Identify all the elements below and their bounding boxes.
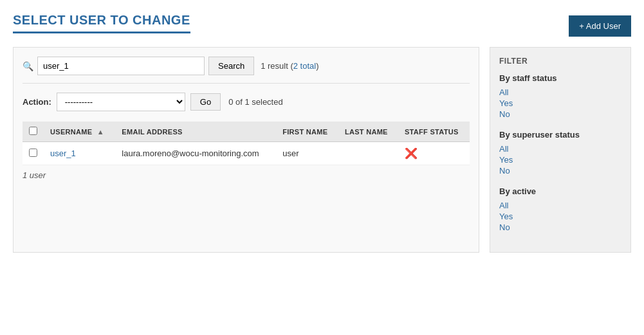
search-result-text: 1 result (2 total) xyxy=(261,61,318,71)
filter-staff-no[interactable]: No xyxy=(499,109,621,120)
filter-sidebar: FILTER By staff status All Yes No By sup… xyxy=(490,47,631,253)
filter-section-staff-status: By staff status All Yes No xyxy=(499,73,621,120)
table-footer: 1 user xyxy=(23,170,470,180)
header-username[interactable]: USERNAME ▲ xyxy=(44,122,115,142)
action-row: Action: ---------- Go 0 of 1 selected xyxy=(23,93,470,111)
filter-staff-status-title: By staff status xyxy=(499,73,621,83)
filter-section-superuser-status: By superuser status All Yes No xyxy=(499,130,621,176)
row-lastname-cell xyxy=(338,142,398,165)
filter-active-yes[interactable]: Yes xyxy=(499,211,621,222)
select-all-checkbox[interactable] xyxy=(29,127,37,135)
filter-active-title: By active xyxy=(499,186,621,196)
filter-active-no[interactable]: No xyxy=(499,222,621,233)
selected-count: 0 of 1 selected xyxy=(228,97,283,107)
staff-status-false-icon: ❌ xyxy=(405,148,418,159)
header-first-name: FIRST NAME xyxy=(276,122,338,142)
content-area: 🔍 Search 1 result (2 total) Action: ----… xyxy=(0,47,644,266)
filter-staff-yes[interactable]: Yes xyxy=(499,98,621,109)
header-staff-status: STAFF STATUS xyxy=(398,122,470,142)
filter-superuser-status-title: By superuser status xyxy=(499,130,621,140)
filter-superuser-no[interactable]: No xyxy=(499,165,621,176)
action-label: Action: xyxy=(23,97,51,107)
user-table: USERNAME ▲ EMAIL ADDRESS FIRST NAME LAST… xyxy=(23,122,470,165)
page-title: SELECT USER TO CHANGE xyxy=(13,13,190,28)
search-button[interactable]: Search xyxy=(208,57,254,75)
row-checkbox[interactable] xyxy=(29,149,37,157)
username-link[interactable]: user_1 xyxy=(50,149,76,158)
header: SELECT USER TO CHANGE + Add User xyxy=(0,0,644,37)
table-row: user_1 laura.moreno@wocu-monitoring.com … xyxy=(23,142,470,165)
filter-title: FILTER xyxy=(499,57,621,66)
filter-staff-all[interactable]: All xyxy=(499,87,621,98)
page-wrapper: SELECT USER TO CHANGE + Add User 🔍 Searc… xyxy=(0,0,644,335)
action-select[interactable]: ---------- xyxy=(57,93,185,111)
main-panel: 🔍 Search 1 result (2 total) Action: ----… xyxy=(13,47,479,253)
row-staffstatus-cell: ❌ xyxy=(398,142,470,165)
table-header-row: USERNAME ▲ EMAIL ADDRESS FIRST NAME LAST… xyxy=(23,122,470,142)
search-total-link[interactable]: 2 total xyxy=(293,61,316,71)
row-username-cell: user_1 xyxy=(44,142,115,165)
filter-superuser-all[interactable]: All xyxy=(499,143,621,154)
header-email: EMAIL ADDRESS xyxy=(115,122,276,142)
header-checkbox-col xyxy=(23,122,44,142)
go-button[interactable]: Go xyxy=(190,93,221,111)
filter-section-active: By active All Yes No xyxy=(499,186,621,233)
header-last-name: LAST NAME xyxy=(338,122,398,142)
filter-superuser-yes[interactable]: Yes xyxy=(499,154,621,165)
row-firstname-cell: user xyxy=(276,142,338,165)
search-icon: 🔍 xyxy=(23,61,33,71)
page-title-block: SELECT USER TO CHANGE xyxy=(13,13,190,33)
row-email-cell: laura.moreno@wocu-monitoring.com xyxy=(115,142,276,165)
search-row: 🔍 Search 1 result (2 total) xyxy=(23,57,470,84)
row-checkbox-cell xyxy=(23,142,44,165)
filter-active-all[interactable]: All xyxy=(499,200,621,211)
sort-arrow-icon: ▲ xyxy=(97,128,104,136)
add-user-button[interactable]: + Add User xyxy=(569,15,631,37)
search-input[interactable] xyxy=(37,57,205,75)
